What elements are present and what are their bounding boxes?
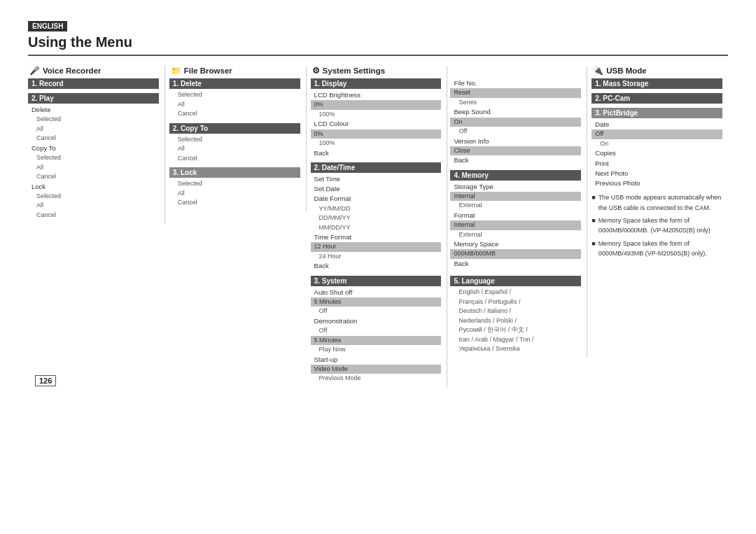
list-item: Date (592, 120, 722, 129)
list-item: 12 Hour (311, 242, 442, 252)
memory-category: 4. Memory Storage Type Internal External… (450, 170, 581, 269)
list-item: External (450, 201, 581, 211)
list-item: Copy To (28, 143, 159, 153)
delete-header: 1. Delete (169, 78, 300, 89)
list-item: Off (592, 129, 722, 139)
list-item: Previous Mode (311, 374, 442, 384)
list-item: Format (450, 211, 581, 220)
list-item: Print (592, 159, 722, 169)
list-item: Selected (28, 115, 159, 125)
list-item: Start-up (311, 355, 442, 365)
play-category: 2. Play Delete Selected All Cancel Copy … (28, 93, 159, 220)
list-item: Set Date (311, 184, 442, 194)
list-item: External (450, 230, 581, 240)
list-item: LCD Brightness (311, 90, 442, 100)
usb-icon: 🔌 (593, 66, 603, 76)
list-item: Français / Português / (450, 297, 581, 307)
file-browser-column: 📁 File Browser 1. Delete Selected All Ca… (165, 66, 307, 212)
memory-header: 4. Memory (450, 170, 581, 181)
list-item: File No. (450, 78, 581, 88)
list-item: Series (450, 98, 581, 108)
list-item: Iran / Arab / Magyar / Τnn / (450, 335, 581, 345)
list-item: Version Info (450, 136, 581, 146)
list-item: Date Format (311, 194, 442, 204)
list-item: Beep Sound (450, 107, 581, 117)
list-item: Nederlands / Polski / (450, 316, 581, 326)
list-item: Deutsch / Italiano / (450, 307, 581, 316)
lang-badge: ENGLISH (28, 21, 67, 31)
list-item: All (169, 189, 300, 199)
lock-header: 3. Lock (169, 167, 300, 178)
usb-notes: ■ The USB mode appears automatically whe… (592, 192, 722, 258)
list-item: Selected (28, 153, 159, 163)
list-item: Selected (28, 192, 159, 202)
settings-icon: ⚙ (312, 66, 320, 76)
list-item: Русский / 한국어 / 中文 / (450, 325, 581, 335)
list-item: Back (450, 155, 581, 165)
list-item: Auto Shut off (311, 288, 442, 297)
pccam-header: 2. PC-Cam (592, 93, 722, 104)
datetime-category: 2. Date/Time Set Time Set Date Date Form… (311, 162, 442, 272)
list-item: 5 Minutes (311, 336, 442, 346)
record-category: 1. Record (28, 78, 159, 89)
list-item: Cancel (28, 134, 159, 143)
list-item: Lock (28, 182, 159, 192)
list-item: Off (311, 326, 442, 336)
list-item: DD/MM/YY (311, 213, 442, 223)
list-item: YY/MM/DD (311, 204, 442, 214)
list-item: Cancel (169, 198, 300, 208)
play-header: 2. Play (28, 93, 159, 104)
list-item: All (169, 144, 300, 154)
mass-storage-category: 1. Mass Storage (592, 78, 722, 89)
mass-storage-header: 1. Mass Storage (592, 78, 722, 89)
list-item: English / Español / (450, 288, 581, 297)
file-icon: 📁 (171, 66, 181, 76)
copy-to-header: 2. Copy To (169, 123, 300, 134)
list-item: Cancel (169, 109, 300, 119)
list-item: LCD Colour (311, 119, 442, 129)
pccam-category: 2. PC-Cam (592, 93, 722, 104)
page-title: Using the Menu (28, 34, 728, 56)
list-item: 5 Minutes (311, 297, 442, 307)
usb-mode-column: 🔌 USB Mode 1. Mass Storage 2. PC-Cam 3. … (587, 66, 728, 262)
list-item: 0% (311, 129, 442, 139)
pictbridge-category: 3. PictBridge Date Off On Copies Print N… (592, 108, 722, 188)
list-item: All (28, 201, 159, 211)
pictbridge-header: 3. PictBridge (592, 108, 722, 118)
system-settings-header: ⚙ System Settings (311, 66, 442, 76)
list-item: 100% (311, 110, 442, 120)
lock-category: 3. Lock Selected All Cancel (169, 167, 300, 208)
list-item: Back (311, 261, 442, 271)
list-item: All (169, 100, 300, 110)
list-item: Українська / Svenska (450, 344, 581, 354)
list-item: Selected (169, 179, 300, 189)
list-item: 000MB/000MB (450, 249, 581, 259)
list-item: Internal (450, 192, 581, 202)
list-item: All (28, 125, 159, 134)
file-browser-header: 📁 File Browser (169, 66, 300, 76)
list-item: Cancel (28, 172, 159, 182)
list-item: Off (311, 307, 442, 316)
system-category: 3. System Auto Shut off 5 Minutes Off De… (311, 276, 442, 384)
list-item: Play Now (311, 345, 442, 355)
display-category: 1. Display LCD Brightness 0% 100% LCD Co… (311, 78, 442, 158)
list-item: Back (450, 259, 581, 269)
list-item: On (450, 118, 581, 127)
list-item: Memory Space (450, 239, 581, 249)
list-item: 24 Hour (311, 252, 442, 262)
list-item: Next Photo (592, 169, 722, 178)
page-number: 126 (35, 375, 56, 386)
list-item: Off (450, 127, 581, 136)
list-item: Time Format (311, 232, 442, 242)
list-item: On (592, 139, 722, 149)
list-item: Selected (169, 90, 300, 100)
delete-category: 1. Delete Selected All Cancel (169, 78, 300, 119)
copy-to-category: 2. Copy To Selected All Cancel (169, 123, 300, 164)
list-item: Copies (592, 148, 722, 158)
list-item: Reset (450, 88, 581, 98)
language-category: 5. Language English / Español / Français… (450, 276, 581, 354)
list-item: Back (311, 148, 442, 158)
system-header: 3. System (311, 276, 442, 286)
list-item: Previous Photo (592, 178, 722, 188)
list-item: Cancel (28, 211, 159, 220)
